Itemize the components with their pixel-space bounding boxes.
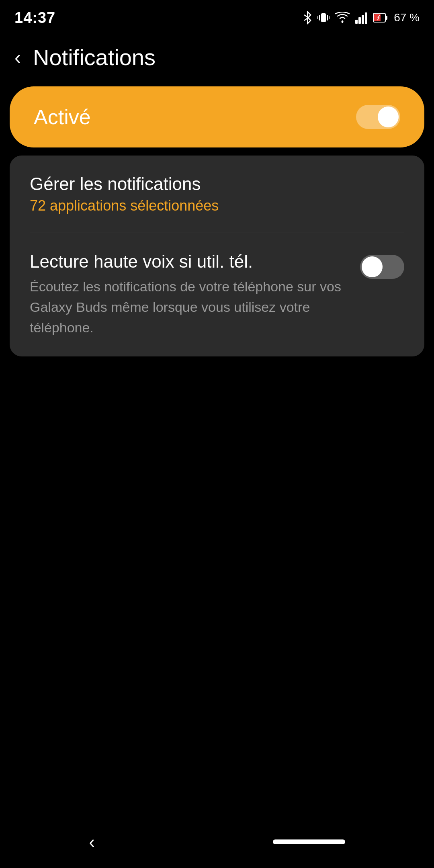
read-aloud-toggle-thumb — [362, 256, 383, 277]
page-title: Notifications — [33, 44, 156, 70]
battery-percent: 67 % — [394, 11, 420, 24]
svg-rect-3 — [319, 15, 320, 20]
activate-label: Activé — [34, 105, 91, 129]
wifi-icon — [335, 12, 350, 23]
activate-toggle[interactable] — [356, 105, 400, 129]
toggle-thumb — [378, 106, 399, 127]
read-aloud-text: Lecture haute voix si util. tél. Écoutez… — [30, 252, 360, 338]
svg-rect-5 — [317, 16, 318, 19]
svg-rect-8 — [355, 20, 358, 24]
manage-notifications-item[interactable]: Gérer les notifications 72 applications … — [10, 156, 424, 233]
read-aloud-toggle[interactable] — [360, 255, 404, 279]
read-aloud-desc: Écoutez les notifications de votre télép… — [30, 276, 348, 338]
activate-card[interactable]: Activé — [10, 86, 424, 147]
status-icons: 67 % — [303, 11, 420, 25]
status-bar: 14:37 — [0, 0, 434, 32]
content-area: Activé Gérer les notifications 72 applic… — [0, 78, 434, 364]
svg-rect-4 — [327, 15, 328, 20]
signal-icon — [355, 12, 367, 24]
vibrate-icon — [317, 11, 330, 25]
settings-card: Gérer les notifications 72 applications … — [10, 156, 424, 356]
read-aloud-item[interactable]: Lecture haute voix si util. tél. Écoutez… — [10, 233, 424, 356]
bluetooth-icon — [303, 11, 312, 25]
svg-rect-11 — [365, 12, 367, 24]
nav-back-button[interactable]: ‹ — [89, 832, 95, 852]
top-nav: ‹ Notifications — [0, 32, 434, 78]
manage-notifications-title: Gérer les notifications — [30, 174, 404, 194]
nav-home-pill[interactable] — [273, 839, 345, 844]
svg-point-7 — [342, 21, 344, 23]
read-aloud-title: Lecture haute voix si util. tél. — [30, 252, 348, 272]
bottom-nav: ‹ — [0, 820, 434, 868]
status-time: 14:37 — [14, 9, 55, 27]
svg-rect-6 — [329, 16, 330, 19]
manage-notifications-subtitle: 72 applications sélectionnées — [30, 197, 404, 214]
svg-rect-10 — [362, 15, 364, 24]
battery-icon — [373, 12, 388, 24]
svg-rect-14 — [385, 16, 387, 20]
svg-rect-2 — [321, 13, 326, 22]
back-button[interactable]: ‹ — [14, 48, 21, 67]
svg-rect-9 — [358, 17, 361, 24]
